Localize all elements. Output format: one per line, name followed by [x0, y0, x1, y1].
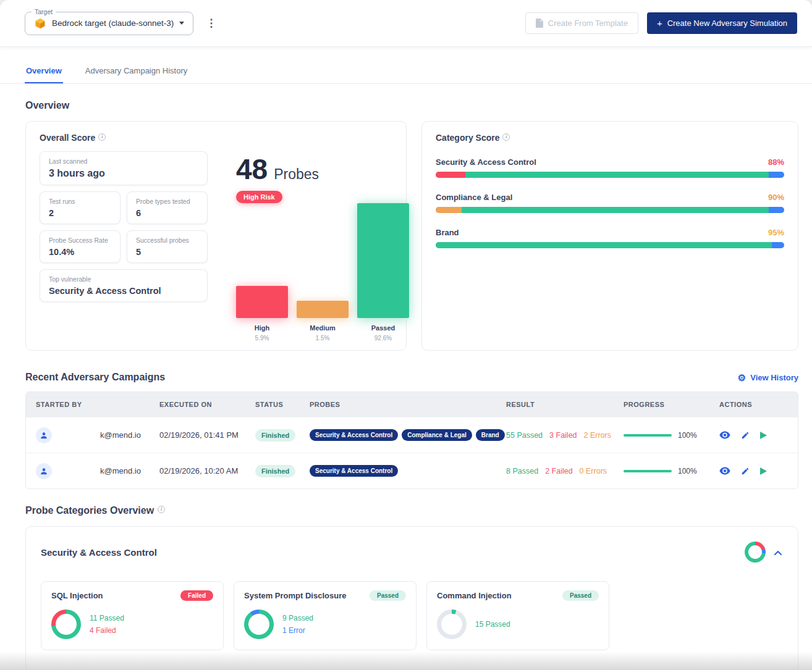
started-by-email: k@mend.io — [100, 466, 141, 475]
category-donut-chart — [745, 542, 766, 563]
progress-cell: 100% — [624, 431, 719, 440]
probe-card-system-prompt-disclosure: System Prompt Disclosure Passed 9 Passed… — [234, 581, 417, 650]
overall-score-stats: Last scanned 3 hours ago Test runs 2 Pro… — [40, 151, 208, 341]
probes-count-label: Probes — [274, 166, 319, 183]
run-campaign-button[interactable] — [760, 467, 767, 475]
bedrock-target-icon — [34, 17, 46, 30]
chevron-up-icon — [774, 550, 782, 555]
overview-heading-text: Overview — [25, 100, 69, 111]
collapse-category-button[interactable] — [773, 546, 783, 558]
progress-bar — [624, 434, 672, 437]
progress-cell: 100% — [624, 467, 719, 475]
col-actions: ACTIONS — [719, 401, 788, 408]
user-avatar-icon — [36, 463, 52, 479]
probe-chip: Security & Access Control — [310, 465, 398, 477]
bar-segment-error — [769, 172, 784, 178]
overall-score-title-row: Overall Score i — [40, 133, 392, 143]
campaigns-table: STARTED BY EXECUTED ON STATUS PROBES RES… — [25, 392, 798, 489]
probe-donut-chart — [244, 609, 274, 639]
probe-categories-heading: Probe Categories Overview i — [25, 505, 787, 516]
risk-badge: High Risk — [236, 191, 282, 203]
info-icon[interactable]: i — [158, 506, 165, 513]
stat-label: Probe Success Rate — [49, 237, 111, 244]
probe-chip: Compliance & Legal — [402, 429, 472, 441]
stat-label: Last scanned — [49, 157, 198, 165]
bar-segment-failed — [436, 207, 462, 213]
category-score-bar — [436, 207, 784, 213]
play-icon — [760, 467, 767, 475]
adversary-simulation-dashboard: Target Bedrock target (claude-sonnet-3) … — [0, 0, 812, 670]
target-selector[interactable]: Target Bedrock target (claude-sonnet-3) — [25, 12, 193, 35]
result-cell: 55 Passed 3 Failed 2 Errors — [506, 431, 624, 440]
stat-value: 5 — [136, 247, 198, 257]
bar-segment-passed — [462, 207, 768, 213]
result-failed: 2 Failed — [545, 467, 572, 475]
probe-failed-count: 4 Failed — [90, 624, 124, 637]
run-campaign-button[interactable] — [760, 432, 767, 439]
probe-passed-count: 9 Passed — [282, 612, 313, 624]
info-icon[interactable]: i — [502, 133, 510, 141]
stat-last-scanned: Last scanned 3 hours ago — [40, 151, 208, 185]
stat-value: 2 — [49, 208, 111, 218]
result-errors: 2 Errors — [584, 431, 611, 440]
create-from-template-button[interactable]: Create From Template — [525, 12, 638, 34]
more-options-button[interactable]: ⋮ — [206, 18, 216, 28]
probe-chip: Brand — [476, 429, 505, 441]
chevron-down-icon — [179, 22, 184, 25]
edit-campaign-button[interactable] — [741, 467, 750, 475]
edit-campaign-button[interactable] — [741, 431, 750, 440]
view-campaign-button[interactable] — [719, 467, 730, 475]
probes-cell: Security & Access Control — [310, 465, 506, 477]
stat-value: Security & Access Control — [49, 286, 198, 296]
stat-top-vulnerable: Top vulnerable Security & Access Control — [40, 269, 208, 302]
view-history-link[interactable]: ⚙ View History — [738, 373, 798, 382]
create-new-simulation-button[interactable]: + Create New Adversary Simulation — [647, 12, 797, 34]
view-history-label: View History — [750, 373, 798, 382]
topbar-actions: Create From Template + Create New Advers… — [525, 12, 797, 34]
col-executed-on: EXECUTED ON — [159, 401, 255, 408]
info-icon[interactable]: i — [98, 133, 106, 141]
probe-status-badge: Passed — [370, 590, 406, 601]
executed-on: 02/19/2026, 01:41 PM — [159, 430, 255, 440]
create-from-template-label: Create From Template — [548, 19, 628, 28]
category-score-card: Category Score i Security & Access Contr… — [421, 121, 798, 351]
category-card-header[interactable]: Security & Access Control — [41, 542, 783, 563]
probe-chip: Security & Access Control — [310, 429, 398, 441]
gear-icon: ⚙ — [738, 373, 746, 382]
topbar: Target Bedrock target (claude-sonnet-3) … — [0, 0, 812, 47]
probe-status-badge: Failed — [180, 590, 213, 601]
category-label: Compliance & Legal — [436, 193, 512, 202]
actions-cell — [719, 467, 788, 475]
campaign-row: k@mend.io 02/19/2026, 01:41 PM Finished … — [26, 417, 798, 453]
target-selector-value: Bedrock target (claude-sonnet-3) — [52, 19, 174, 28]
result-passed: 8 Passed — [506, 467, 538, 475]
bar-high-label: High — [255, 324, 269, 332]
stat-test-runs: Test runs 2 — [40, 191, 121, 224]
probe-passed-count: 15 Passed — [475, 618, 510, 630]
stat-probe-types-tested: Probe types tested 6 — [127, 191, 208, 224]
progress-value: 100% — [678, 467, 697, 475]
probe-status-badge: Passed — [562, 590, 599, 601]
category-row-brand: Brand 95% — [436, 228, 784, 248]
stat-successful-probes: Successful probes 5 — [127, 230, 208, 263]
bar-passed-bar — [357, 203, 409, 318]
create-new-simulation-label: Create New Adversary Simulation — [667, 19, 787, 28]
bar-segment-error — [772, 242, 784, 248]
tab-adversary-campaign-history[interactable]: Adversary Campaign History — [84, 61, 188, 83]
campaigns-table-header: STARTED BY EXECUTED ON STATUS PROBES RES… — [26, 392, 798, 417]
category-label: Security & Access Control — [436, 157, 536, 167]
result-errors: 0 Errors — [580, 467, 607, 475]
view-campaign-button[interactable] — [719, 431, 730, 439]
pencil-icon — [741, 467, 750, 475]
category-score-bar — [436, 242, 784, 248]
bar-medium-value: 1.5% — [316, 335, 330, 341]
campaigns-header: Recent Adversary Campaigns ⚙ View Histor… — [25, 372, 798, 383]
tab-bar: Overview Adversary Campaign History — [0, 61, 812, 84]
bar-passed-label: Passed — [371, 324, 395, 332]
category-row-security: Security & Access Control 88% — [436, 157, 784, 178]
probes-cell: Security & Access Control Compliance & L… — [310, 429, 506, 441]
overall-score-card: Overall Score i Last scanned 3 hours ago… — [25, 121, 407, 351]
category-score-title-row: Category Score i — [436, 133, 784, 143]
category-percent: 95% — [768, 228, 784, 237]
tab-overview[interactable]: Overview — [25, 61, 63, 83]
